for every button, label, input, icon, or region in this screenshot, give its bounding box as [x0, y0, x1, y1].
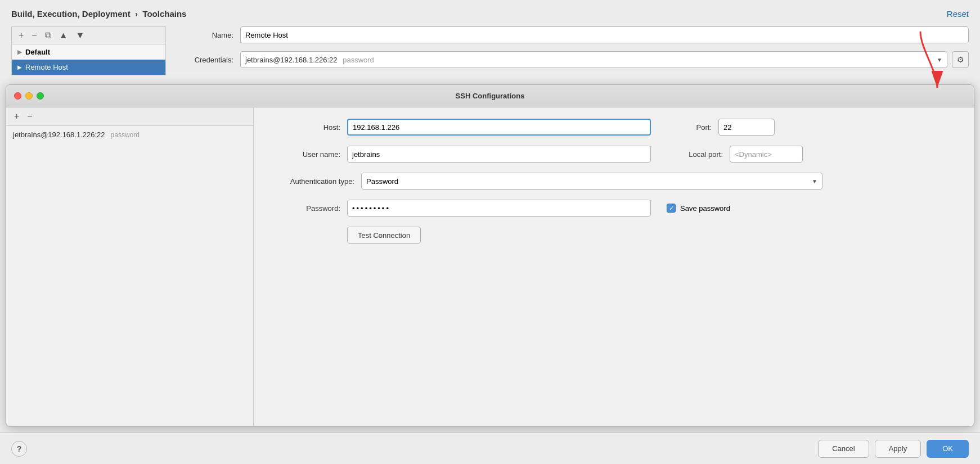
breadcrumb: Build, Execution, Deployment › Toolchain… — [11, 9, 186, 19]
window-controls — [14, 92, 44, 100]
collapse-icon-2: ▶ — [17, 64, 22, 70]
breadcrumb-part2: Toolchains — [142, 9, 186, 19]
ssh-list-item[interactable]: jetbrains@192.168.1.226:22 password — [6, 126, 253, 143]
ssh-toolbar: + − — [6, 107, 253, 126]
maximize-window-button[interactable] — [37, 92, 44, 100]
auth-type-arrow: ▼ — [812, 178, 817, 184]
ok-button[interactable]: OK — [927, 440, 969, 458]
remove-ssh-button[interactable]: − — [25, 111, 34, 122]
ssh-left-panel: + − jetbrains@192.168.1.226:22 password — [6, 107, 254, 426]
outer-dialog: Build, Execution, Deployment › Toolchain… — [0, 0, 980, 464]
host-input[interactable] — [347, 119, 651, 136]
sidebar-item-default[interactable]: ▶ Default — [12, 44, 165, 60]
username-label: User name: — [267, 150, 340, 159]
port-input[interactable] — [718, 119, 775, 136]
password-input[interactable] — [347, 200, 651, 217]
collapse-icon: ▶ — [17, 49, 22, 55]
password-label: Password: — [267, 204, 340, 213]
move-down-button[interactable]: ▼ — [74, 30, 87, 41]
username-localport-row: User name: Local port: — [267, 146, 960, 163]
breadcrumb-separator: › — [135, 9, 138, 19]
auth-type-row: Authentication type: Password ▼ — [267, 173, 960, 190]
credentials-row: Credentials: jetbrains@192.168.1.226:22 … — [177, 51, 969, 68]
port-label: Port: — [667, 123, 712, 132]
auth-type-select[interactable]: Password ▼ — [361, 173, 822, 190]
top-panel: Build, Execution, Deployment › Toolchain… — [0, 0, 980, 84]
top-form: Name: Credentials: jetbrains@192.168.1.2… — [177, 26, 969, 75]
sidebar-item-remote-host[interactable]: ▶ Remote Host — [12, 60, 165, 75]
credentials-hint: password — [343, 56, 374, 64]
credentials-select[interactable]: jetbrains@192.168.1.226:22 password ▼ — [240, 51, 947, 68]
gear-button[interactable]: ⚙ — [952, 51, 969, 68]
name-input[interactable] — [240, 26, 969, 43]
apply-button[interactable]: Apply — [875, 440, 921, 458]
username-input[interactable] — [347, 146, 651, 163]
remove-toolchain-button[interactable]: − — [29, 30, 39, 41]
cancel-button[interactable]: Cancel — [818, 440, 869, 458]
ssh-dialog-title: SSH Configurations — [456, 92, 525, 100]
save-password-checkbox[interactable]: ✓ — [667, 204, 676, 213]
credentials-value: jetbrains@192.168.1.226:22 — [245, 56, 338, 64]
auth-type-label: Authentication type: — [267, 177, 354, 186]
breadcrumb-row: Build, Execution, Deployment › Toolchain… — [11, 9, 969, 19]
ssh-form: Host: Port: User name: Local port: Authe… — [254, 107, 974, 426]
add-ssh-button[interactable]: + — [12, 111, 21, 122]
ssh-item-hint: password — [111, 131, 140, 139]
copy-toolchain-button[interactable]: ⧉ — [43, 30, 53, 41]
breadcrumb-part1: Build, Execution, Deployment — [11, 9, 131, 19]
ssh-titlebar: SSH Configurations — [6, 85, 974, 107]
name-label: Name: — [177, 31, 233, 39]
close-window-button[interactable] — [14, 92, 21, 100]
top-sidebar-toolbar: + − ⧉ ▲ ▼ — [12, 27, 165, 44]
host-port-row: Host: Port: — [267, 119, 960, 136]
minimize-window-button[interactable] — [25, 92, 33, 100]
name-row: Name: — [177, 26, 969, 43]
sidebar-item-label-2: Remote Host — [25, 63, 68, 71]
reset-button[interactable]: Reset — [947, 9, 969, 19]
bottom-bar: ? Cancel Apply OK — [0, 433, 980, 464]
save-password-label: Save password — [680, 204, 730, 213]
ssh-body: + − jetbrains@192.168.1.226:22 password … — [6, 107, 974, 426]
ssh-dialog: SSH Configurations + − — [6, 84, 974, 427]
add-toolchain-button[interactable]: + — [16, 30, 26, 41]
save-password-area: ✓ Save password — [667, 204, 730, 213]
host-label: Host: — [267, 123, 340, 132]
ssh-item-main: jetbrains@192.168.1.226:22 — [13, 130, 105, 139]
credentials-dropdown-arrow: ▼ — [937, 57, 942, 63]
top-content: + − ⧉ ▲ ▼ ▶ Default ▶ Remote Host — [11, 26, 969, 75]
test-connection-button[interactable]: Test Connection — [347, 227, 421, 244]
password-row: Password: ✓ Save password — [267, 200, 960, 217]
top-sidebar: + − ⧉ ▲ ▼ ▶ Default ▶ Remote Host — [11, 26, 166, 75]
bottom-buttons: Cancel Apply OK — [818, 440, 969, 458]
credentials-label: Credentials: — [177, 56, 233, 64]
sidebar-item-label: Default — [25, 48, 50, 56]
auth-type-value: Password — [366, 177, 398, 186]
help-button[interactable]: ? — [11, 441, 27, 457]
move-up-button[interactable]: ▲ — [57, 30, 70, 41]
local-port-label: Local port: — [667, 150, 723, 159]
local-port-input[interactable] — [730, 146, 803, 163]
test-connection-row: Test Connection — [347, 227, 960, 244]
credentials-controls: jetbrains@192.168.1.226:22 password ▼ ⚙ — [240, 51, 969, 68]
